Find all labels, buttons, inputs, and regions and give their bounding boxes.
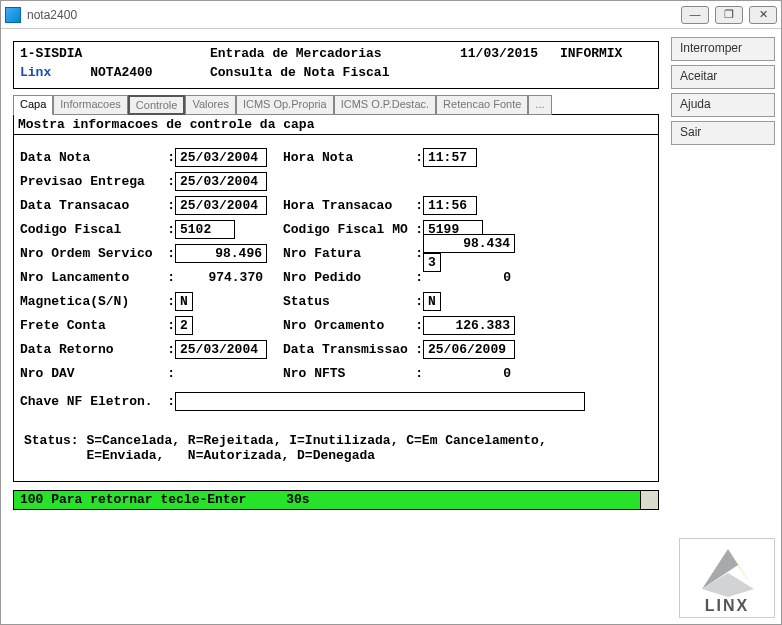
- field-data-nota[interactable]: 25/03/2004: [175, 148, 267, 167]
- label-data-transacao: Data Transacao: [20, 198, 165, 213]
- field-nro-fatura[interactable]: 98.434: [423, 234, 515, 253]
- label-chave-nf: Chave NF Eletron.: [20, 394, 165, 409]
- svg-marker-2: [702, 573, 754, 597]
- tab-more[interactable]: ...: [528, 95, 551, 115]
- field-chave-nf[interactable]: [175, 392, 585, 411]
- linx-logo-icon: [680, 539, 776, 599]
- main-panel: 1-SISDIA Entrada de Mercadorias 11/03/20…: [1, 29, 671, 624]
- controle-pane: Mostra informacoes de controle da capa D…: [13, 114, 659, 482]
- field-frete-conta[interactable]: 2: [175, 316, 193, 335]
- header-title: Entrada de Mercadorias: [210, 46, 460, 61]
- tab-informacoes[interactable]: Informacoes: [53, 95, 128, 115]
- tab-capa[interactable]: Capa: [13, 95, 53, 115]
- status-legend: Status: S=Cancelada, R=Rejeitada, I=Inut…: [20, 427, 652, 475]
- linx-logo: LINX: [679, 538, 775, 618]
- label-nro-nfts: Nro NFTS: [283, 366, 413, 381]
- maximize-button[interactable]: ❐: [715, 6, 743, 24]
- ajuda-button[interactable]: Ajuda: [671, 93, 775, 117]
- content-area: 1-SISDIA Entrada de Mercadorias 11/03/20…: [1, 29, 781, 624]
- field-nro-orcamento[interactable]: 126.383: [423, 316, 515, 335]
- titlebar: nota2400 — ❐ ✕: [1, 1, 781, 29]
- pane-title: Mostra informacoes de controle da capa: [14, 115, 658, 135]
- field-previsao-entrega[interactable]: 25/03/2004: [175, 172, 267, 191]
- label-status: Status: [283, 294, 413, 309]
- label-nro-lancamento: Nro Lancamento: [20, 270, 165, 285]
- pane-body: Data Nota: 25/03/2004 Hora Nota: 11:57 P…: [14, 135, 658, 481]
- legend-line-1: Status: S=Cancelada, R=Rejeitada, I=Inut…: [24, 433, 648, 448]
- window-controls: — ❐ ✕: [681, 6, 777, 24]
- label-nro-dav: Nro DAV: [20, 366, 165, 381]
- field-hora-nota[interactable]: 11:57: [423, 148, 477, 167]
- field-data-retorno[interactable]: 25/03/2004: [175, 340, 267, 359]
- header-program: NOTA2400: [90, 65, 152, 80]
- status-message: 100 Para retornar tecle-Enter: [20, 492, 246, 508]
- field-data-transmissao[interactable]: 25/06/2009: [423, 340, 515, 359]
- window-title: nota2400: [27, 8, 681, 22]
- header-subtitle: Consulta de Nota Fiscal: [210, 65, 460, 80]
- label-magnetica: Magnetica(S/N): [20, 294, 165, 309]
- close-button[interactable]: ✕: [749, 6, 777, 24]
- side-panel: Interromper Aceitar Ajuda Sair LINX: [671, 29, 781, 624]
- label-nro-ordem-servico: Nro Ordem Servico: [20, 246, 165, 261]
- label-nro-fatura: Nro Fatura: [283, 246, 413, 261]
- field-magnetica[interactable]: N: [175, 292, 193, 311]
- label-codigo-fiscal: Codigo Fiscal: [20, 222, 165, 237]
- legend-line-2: E=Enviada, N=Autorizada, D=Denegada: [24, 448, 648, 463]
- header-system: 1-SISDIA: [20, 46, 210, 61]
- label-data-retorno: Data Retorno: [20, 342, 165, 357]
- value-nro-pedido: 0: [423, 270, 515, 285]
- label-data-nota: Data Nota: [20, 150, 165, 165]
- tab-controle[interactable]: Controle: [128, 95, 186, 115]
- label-data-transmissao: Data Transmissao: [283, 342, 413, 357]
- label-hora-transacao: Hora Transacao: [283, 198, 413, 213]
- label-previsao-entrega: Previsao Entrega: [20, 174, 165, 189]
- header-frame: 1-SISDIA Entrada de Mercadorias 11/03/20…: [13, 41, 659, 89]
- tab-valores[interactable]: Valores: [185, 95, 235, 115]
- tab-retencao[interactable]: Retencao Fonte: [436, 95, 528, 115]
- header-vendor: Linx: [20, 65, 51, 80]
- label-frete-conta: Frete Conta: [20, 318, 165, 333]
- status-timer: 30s: [286, 492, 309, 508]
- field-hora-transacao[interactable]: 11:56: [423, 196, 477, 215]
- app-icon: [5, 7, 21, 23]
- aceitar-button[interactable]: Aceitar: [671, 65, 775, 89]
- field-codigo-fiscal[interactable]: 5102: [175, 220, 235, 239]
- header-db: INFORMIX: [560, 46, 622, 61]
- value-nro-nfts: 0: [423, 366, 515, 381]
- label-nro-orcamento: Nro Orcamento: [283, 318, 413, 333]
- app-window: nota2400 — ❐ ✕ 1-SISDIA Entrada de Merca…: [0, 0, 782, 625]
- label-nro-pedido: Nro Pedido: [283, 270, 413, 285]
- tab-icms-destac[interactable]: ICMS O.P.Destac.: [334, 95, 436, 115]
- sair-button[interactable]: Sair: [671, 121, 775, 145]
- header-date: 11/03/2015: [460, 46, 560, 61]
- minimize-button[interactable]: —: [681, 6, 709, 24]
- linx-logo-text: LINX: [680, 597, 774, 615]
- field-nro-ordem-servico[interactable]: 98.496: [175, 244, 267, 263]
- field-status[interactable]: N: [423, 292, 441, 311]
- status-bar: 100 Para retornar tecle-Enter 30s: [13, 490, 659, 510]
- label-codigo-fiscal-mo: Codigo Fiscal MO: [283, 222, 413, 237]
- tab-bar: Capa Informacoes Controle Valores ICMS O…: [13, 95, 659, 115]
- status-right-cell: [640, 491, 658, 509]
- field-data-transacao[interactable]: 25/03/2004: [175, 196, 267, 215]
- label-hora-nota: Hora Nota: [283, 150, 413, 165]
- interromper-button[interactable]: Interromper: [671, 37, 775, 61]
- tab-icms-propria[interactable]: ICMS Op.Propria: [236, 95, 334, 115]
- value-nro-lancamento: 974.370: [175, 270, 267, 285]
